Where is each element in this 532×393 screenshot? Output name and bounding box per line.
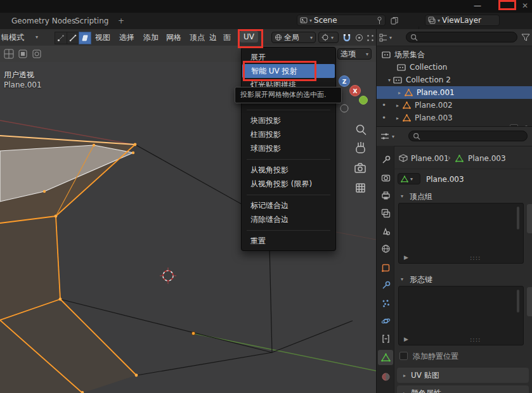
- breadcrumb-data[interactable]: Plane.003: [468, 154, 506, 163]
- new-workspace-button[interactable]: +: [113, 15, 129, 27]
- mesh-object-icon: [403, 114, 411, 122]
- tooltip: 投影展开网格物体的选中面.: [235, 87, 342, 103]
- tab-constraints[interactable]: [378, 331, 393, 346]
- chevron-down-icon[interactable]: ▾: [389, 35, 392, 41]
- chevron-right-icon[interactable]: ▸: [396, 115, 399, 121]
- menu-face[interactable]: 面: [223, 32, 231, 43]
- snap-target-dropdown[interactable]: ▾: [318, 32, 339, 43]
- tab-world[interactable]: [378, 241, 393, 256]
- vertex-groups-ops-buttons[interactable]: [527, 204, 532, 233]
- properties-search-input[interactable]: [408, 131, 528, 141]
- shape-keys-ops-buttons[interactable]: [527, 287, 532, 316]
- menu-uv[interactable]: UV: [240, 31, 258, 42]
- minimize-button[interactable]: —: [474, 1, 481, 10]
- outliner-row-plane-001[interactable]: ▸ Plane.001: [377, 86, 532, 99]
- outliner-row-collection[interactable]: Collection: [377, 61, 532, 74]
- tab-material[interactable]: [378, 369, 393, 384]
- tab-physics[interactable]: [378, 313, 393, 328]
- uv-menu-item-mark-seam[interactable]: 标记缝合边: [242, 198, 335, 212]
- chevron-down-icon[interactable]: ▾: [401, 276, 403, 282]
- tab-scene[interactable]: [378, 223, 393, 238]
- face-select-mode-button[interactable]: [79, 32, 91, 44]
- search-icon: [413, 132, 420, 140]
- chevron-down-icon[interactable]: ▾: [388, 77, 391, 83]
- tab-scripting[interactable]: Scripting: [70, 15, 114, 27]
- proportional-edit-icon[interactable]: [355, 34, 363, 42]
- editor-divider-horizontal[interactable]: [377, 126, 532, 127]
- outliner-row-plane-002[interactable]: • ▸ Plane.002: [377, 99, 532, 112]
- expand-icon[interactable]: ▶: [404, 336, 408, 342]
- bullet-icon: •: [382, 113, 386, 122]
- menu-edge[interactable]: 边: [209, 32, 217, 43]
- uv-menu-item-cube-projection[interactable]: 块面投影: [242, 113, 335, 127]
- chevron-down-icon[interactable]: ▾: [401, 193, 403, 199]
- menu-vertex[interactable]: 顶点: [190, 32, 205, 43]
- scrollbar[interactable]: [517, 207, 519, 229]
- outliner-search-input[interactable]: [406, 32, 517, 42]
- chevron-right-icon[interactable]: ▸: [398, 90, 401, 96]
- uv-maps-panel[interactable]: ▸ UV 贴图: [397, 368, 529, 383]
- snap-magnet-icon[interactable]: [342, 34, 351, 42]
- resize-grip[interactable]: ::::: [470, 336, 481, 343]
- transform-orientation-dropdown[interactable]: 全局 ▾: [271, 32, 316, 43]
- vertex-groups-section-header[interactable]: 顶点组: [410, 191, 432, 202]
- tool-settings-icon-b[interactable]: [17, 48, 29, 60]
- overlays-grid-icon[interactable]: [367, 34, 374, 42]
- shape-keys-list[interactable]: ▶ ::::: [398, 286, 524, 345]
- rest-position-checkbox[interactable]: [399, 352, 408, 360]
- uv-menu-item-unwrap[interactable]: 展开: [242, 50, 335, 64]
- tab-view-layer[interactable]: [378, 205, 393, 221]
- properties-header: ▾: [377, 127, 532, 146]
- view-layer-selector[interactable]: ▾ ViewLayer: [425, 15, 500, 26]
- tab-particles[interactable]: [378, 295, 393, 311]
- row-label: Collection 2: [406, 75, 451, 84]
- breadcrumb-object[interactable]: Plane.001: [411, 154, 449, 163]
- close-button[interactable]: ✕: [522, 1, 528, 10]
- menu-select[interactable]: 选择: [119, 32, 134, 43]
- tab-object[interactable]: [378, 260, 393, 275]
- uv-menu-item-sphere-projection[interactable]: 球面投影: [242, 141, 335, 155]
- outliner-row-plane-003[interactable]: • ▸ Plane.003: [377, 112, 532, 124]
- properties-editor-icon[interactable]: [380, 132, 389, 140]
- tab-object-data[interactable]: [378, 350, 393, 365]
- display-mode-icon[interactable]: [379, 34, 387, 42]
- uv-menu-item-cylinder-projection[interactable]: 柱面投影: [242, 127, 335, 141]
- chevron-right-icon[interactable]: ▸: [396, 103, 399, 108]
- tab-output[interactable]: [378, 188, 393, 203]
- scrollbar[interactable]: [517, 290, 519, 312]
- new-scene-icon[interactable]: [391, 16, 398, 25]
- mesh-selected: [0, 136, 138, 393]
- tab-tool[interactable]: [378, 152, 393, 167]
- uv-menu-item-smart-uv-project[interactable]: 智能 UV 投射: [242, 64, 335, 78]
- outliner-row-scene-collection[interactable]: 场景集合: [377, 48, 532, 61]
- menu-mesh[interactable]: 网格: [166, 32, 181, 43]
- editor-divider-vertical[interactable]: [376, 29, 377, 393]
- tab-render[interactable]: [378, 170, 393, 185]
- chevron-down-icon[interactable]: ▾: [392, 134, 394, 139]
- edge-select-mode-button[interactable]: [67, 32, 79, 44]
- editor-mode-dropdown[interactable]: 辑模式: [1, 32, 24, 43]
- uv-menu-item-project-from-view-bounds[interactable]: 从视角投影 (限界): [242, 177, 335, 191]
- tool-settings-icon-a[interactable]: [3, 48, 15, 60]
- options-dropdown[interactable]: 选项 ▾: [337, 48, 372, 60]
- uv-menu-item-reset[interactable]: 重置: [242, 234, 335, 248]
- resize-grip[interactable]: ::::: [470, 254, 481, 261]
- shape-keys-section-header[interactable]: 形态键: [410, 274, 432, 285]
- filter-icon[interactable]: [521, 33, 530, 42]
- mesh-data-id-dropdown[interactable]: ▾: [398, 173, 420, 184]
- chevron-down-icon: ▾: [36, 34, 38, 40]
- outliner-row-collection-2[interactable]: ▾ Collection 2: [377, 74, 532, 86]
- color-attributes-panel[interactable]: ▸ 颜色属性: [397, 385, 529, 393]
- expand-icon[interactable]: ▶: [404, 254, 408, 261]
- tool-settings-icon-c[interactable]: [31, 48, 42, 60]
- scene-selector[interactable]: ▾ Scene: [297, 15, 386, 26]
- pin-icon[interactable]: [377, 16, 382, 25]
- menu-view[interactable]: 视图: [95, 32, 110, 43]
- mesh-data-name[interactable]: Plane.003: [426, 175, 464, 184]
- vertex-groups-list[interactable]: ▶ ::::: [398, 203, 524, 264]
- uv-menu-item-project-from-view[interactable]: 从视角投影: [242, 163, 335, 177]
- vertex-select-mode-button[interactable]: [55, 32, 67, 44]
- menu-add[interactable]: 添加: [143, 32, 159, 43]
- uv-menu-item-clear-seam[interactable]: 清除缝合边: [242, 212, 335, 226]
- tab-modifiers[interactable]: [378, 278, 393, 293]
